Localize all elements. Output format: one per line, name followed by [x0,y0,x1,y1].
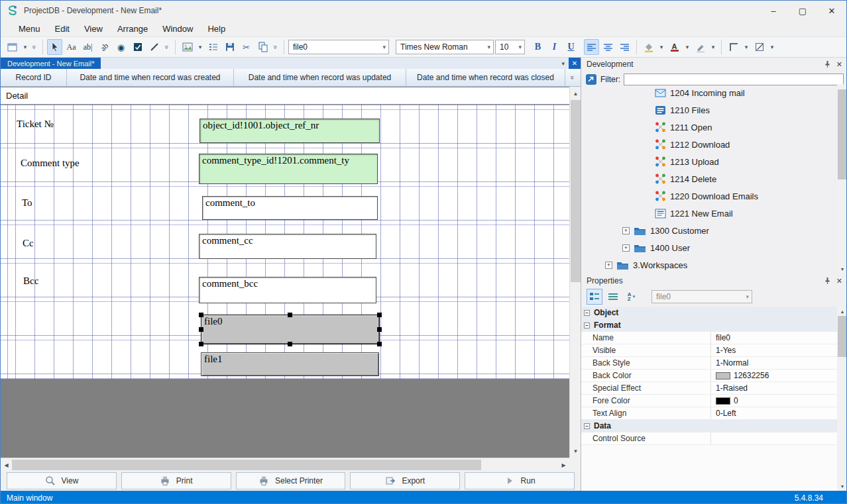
vertical-scrollbar[interactable]: ▲ ▼ [569,87,581,458]
horizontal-scroll-thumb[interactable] [12,460,481,470]
tree-item-1211[interactable]: 1211 Open [581,119,837,136]
pin-icon[interactable] [824,60,831,68]
tools-overflow-icon[interactable]: » [163,43,171,51]
tree-item-1221[interactable]: 1221 New Email [581,205,837,222]
scroll-up-icon[interactable]: ▲ [570,88,581,99]
font-color-button[interactable]: A [667,39,682,55]
expand-icon[interactable]: + [622,244,630,252]
selection-handle[interactable] [288,342,292,346]
label-bcc[interactable]: Bcc [23,276,38,287]
border-style-button[interactable] [726,39,741,55]
maximize-button[interactable]: ▢ [788,1,817,21]
vertical-scroll-thumb[interactable] [571,100,581,282]
tree-item-1300[interactable]: + 1300 Customer [581,222,837,239]
label-to[interactable]: To [22,197,32,209]
tree-item-1220[interactable]: 1220 Download Emails [581,187,837,205]
property-value[interactable]: 1-Normal [711,358,837,368]
design-canvas[interactable]: Ticket № Comment type To Cc Bcc object_i… [1,105,569,458]
column-header-closed[interactable]: Date and time when record was closed [406,69,565,86]
property-category-format[interactable]: − Format [581,319,837,332]
property-row-back-color[interactable]: Back Color 12632256 [581,370,837,382]
save-button[interactable] [222,39,237,55]
property-category-object[interactable]: − Object [581,307,837,319]
property-value[interactable]: 0 [711,396,837,405]
menu-item-help[interactable]: Help [200,23,233,35]
selection-handle[interactable] [377,327,382,332]
expand-icon[interactable]: + [622,227,630,234]
columns-overflow-button[interactable]: » [565,69,581,86]
selection-handle[interactable] [288,313,292,317]
label-ticket-no[interactable]: Ticket № [17,119,54,130]
run-button[interactable]: Run [465,472,575,489]
label-cc[interactable]: Cc [23,238,34,249]
collapse-icon[interactable]: − [584,423,590,429]
field-object-ref[interactable]: object_id!1001.object_ref_nr [199,119,380,143]
underline-button[interactable]: U [563,39,579,55]
tree-scroll-thumb[interactable] [838,89,847,179]
tree-scrollbar[interactable]: ▼ [837,84,847,274]
property-row-visible[interactable]: Visible 1-Yes [581,344,837,357]
line-tool-button[interactable] [146,39,162,55]
toolbar-overflow-icon[interactable]: » [30,43,38,51]
cut-button[interactable]: ✂ [239,39,254,55]
scroll-right-icon[interactable]: ▶ [558,460,569,470]
selection-handle[interactable] [199,327,203,332]
sort-az-button[interactable]: AZ ▼ [624,289,640,305]
list-format-button[interactable] [205,39,221,55]
selection-handle[interactable] [199,342,203,346]
property-row-name[interactable]: Name file0 [581,332,837,344]
close-panel-icon[interactable]: ✕ [836,60,842,69]
tree-item-1400[interactable]: + 1400 User [581,239,837,256]
fill-color-dropdown[interactable]: ▾ [657,39,665,55]
font-name-combo[interactable]: Times New Roman ▾ [396,40,494,54]
selection-handle[interactable] [377,313,382,317]
font-color-dropdown[interactable]: ▾ [683,39,691,55]
property-row-special-effect[interactable]: Special Effect 1-Raised [581,382,837,395]
property-row-text-align[interactable]: Text Align 0-Left [581,407,837,420]
scroll-down-icon[interactable]: ▼ [570,446,581,456]
props-scroll-thumb[interactable] [838,316,847,357]
copy-button[interactable] [255,39,270,55]
field-comment-type[interactable]: comment_type_id!1201.comment_ty [199,154,378,184]
column-header-created[interactable]: Date and time when record was created [67,69,234,86]
column-header-record-id[interactable]: Record ID [1,69,67,86]
label-tool-button[interactable]: Aa [64,39,79,55]
field-file0[interactable]: file0 [201,315,380,344]
scroll-left-icon[interactable]: ◀ [1,460,12,470]
close-tab-button[interactable]: ✕ [569,58,581,69]
collapse-icon[interactable]: − [584,310,590,316]
image-tool-dropdown[interactable]: ▾ [196,39,204,55]
alphabetical-view-button[interactable] [605,289,621,305]
column-header-updated[interactable]: Date and time when record was updated [234,69,406,86]
bold-button[interactable]: B [530,39,545,55]
menu-item-menu[interactable]: Menu [11,23,48,35]
tree-item-1204[interactable]: 1204 Incoming mail [581,84,837,101]
clipboard-overflow-icon[interactable]: » [272,43,280,51]
property-category-data[interactable]: − Data [581,420,837,432]
report-view-dropdown[interactable]: ▾ [21,39,29,55]
object-selector-combo[interactable]: file0 ▾ [288,40,389,54]
fill-color-button[interactable] [641,39,656,55]
close-panel-icon[interactable]: ✕ [836,277,842,285]
props-scroll-up-icon[interactable]: ▲ [837,307,847,316]
pin-icon[interactable] [824,277,831,285]
align-left-button[interactable] [584,39,599,55]
line-style-button[interactable] [752,39,767,55]
tree-item-1212[interactable]: 1212 Download [581,136,837,153]
export-button[interactable]: Export [350,472,460,489]
font-size-combo[interactable]: 10 ▾ [495,40,525,54]
italic-button[interactable]: I [547,39,562,55]
align-right-button[interactable] [617,39,632,55]
tree-item-1210[interactable]: 1210 Files [581,101,837,119]
property-value[interactable]: 1-Yes [711,346,837,355]
property-value[interactable]: 1-Raised [711,383,837,393]
tree-item-1214[interactable]: 1214 Delete [581,170,837,187]
highlight-dropdown[interactable]: ▾ [709,39,717,55]
tab-development-new-email[interactable]: Development - New Email* [1,58,101,69]
rotated-label-tool-button[interactable]: ab [93,36,115,58]
property-row-back-style[interactable]: Back Style 1-Normal [581,357,837,370]
collapse-icon[interactable]: − [584,323,590,328]
field-file1[interactable]: file1 [201,352,379,376]
property-value[interactable]: 12632256 [711,371,837,380]
line-style-dropdown[interactable]: ▾ [768,39,776,55]
